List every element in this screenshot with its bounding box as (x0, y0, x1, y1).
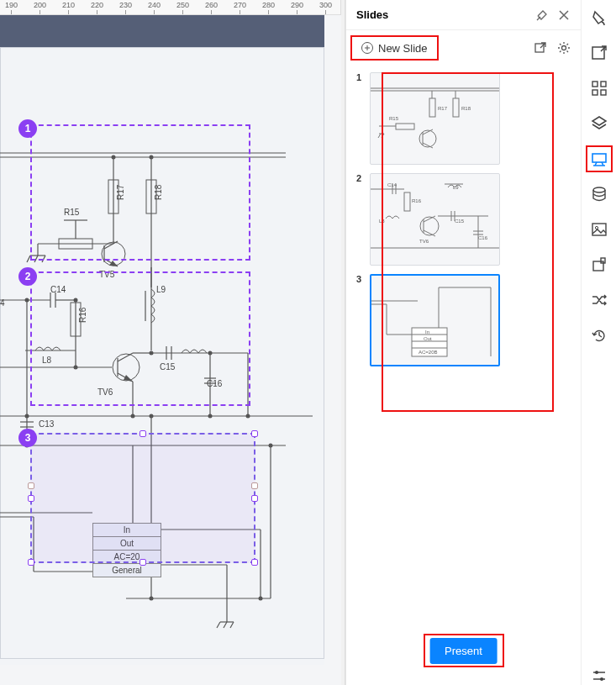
slide-region-3-selected[interactable] (30, 433, 255, 563)
export-icon[interactable] (534, 41, 547, 55)
new-slide-label: New Slide (378, 42, 428, 55)
slide-marker-3[interactable]: 3 (18, 429, 37, 447)
ruler-tick: 250 (176, 1, 189, 9)
svg-marker-22 (109, 261, 118, 266)
right-toolbar (581, 0, 616, 685)
svg-rect-148 (592, 154, 606, 162)
ruler-tick: 300 (319, 1, 332, 9)
present-button[interactable]: Present (429, 638, 498, 664)
svg-point-115 (420, 217, 439, 235)
svg-rect-110 (404, 192, 410, 211)
ruler-tick: 210 (62, 1, 75, 9)
ruler-tick: 260 (205, 1, 218, 9)
horizontal-ruler: 190 200 210 220 230 240 250 260 270 280 … (0, 0, 345, 15)
export-image-icon[interactable] (590, 44, 608, 62)
svg-text:C16: C16 (478, 235, 488, 240)
label-four: 4 (0, 298, 5, 308)
svg-rect-90 (429, 98, 435, 117)
canvas-area[interactable]: R17 R18 R15 TV5 (0, 15, 341, 685)
thumb-number-1: 1 (356, 72, 365, 165)
ruler-tick: 270 (234, 1, 246, 9)
shuffle-icon[interactable] (590, 291, 608, 309)
svg-point-155 (600, 677, 603, 681)
svg-point-65 (150, 414, 154, 419)
svg-point-69 (269, 444, 273, 448)
svg-rect-146 (592, 90, 598, 95)
svg-point-85 (259, 597, 263, 601)
block-row-general: General (93, 564, 161, 577)
svg-text:R16: R16 (412, 198, 422, 203)
svg-point-57 (208, 414, 213, 419)
ruler-tick: 240 (148, 1, 161, 9)
layers-icon[interactable] (590, 114, 608, 133)
thumb-number-3: 3 (356, 274, 365, 366)
svg-point-87 (562, 46, 566, 50)
svg-point-154 (595, 671, 598, 674)
slide-thumbnails: 1 R17 R18 R15 (346, 66, 581, 382)
sliders-icon[interactable] (590, 667, 608, 685)
ruler-tick: 220 (91, 1, 103, 9)
new-slide-button[interactable]: New Slide (356, 40, 433, 57)
slide-thumbnail-3[interactable]: In Out AC=20B (370, 274, 500, 366)
history-icon[interactable] (590, 326, 608, 345)
svg-text:In: In (425, 329, 429, 335)
svg-text:R15: R15 (389, 116, 399, 121)
ruler-tick: 190 (5, 1, 18, 9)
image-icon[interactable] (590, 220, 608, 239)
svg-text:TV6: TV6 (419, 239, 429, 244)
slide-region-1[interactable] (30, 124, 250, 261)
svg-text:L8: L8 (379, 219, 385, 224)
slide-marker-1[interactable]: 1 (18, 119, 37, 138)
data-icon[interactable] (590, 185, 608, 203)
svg-text:R18: R18 (461, 106, 471, 111)
slide-thumbnail-2[interactable]: C14 R16 L8 L9 TV6 C15 (370, 173, 500, 266)
plugin-icon[interactable] (590, 256, 608, 274)
document-header-bar (0, 15, 324, 47)
slides-panel: Slides New Slide 1 (345, 0, 581, 685)
settings-icon[interactable] (557, 41, 571, 55)
ruler-tick: 280 (262, 1, 275, 9)
grid-icon[interactable] (590, 79, 608, 97)
svg-rect-144 (592, 82, 598, 87)
slide-marker-2[interactable]: 2 (18, 267, 37, 286)
slides-icon[interactable] (590, 150, 608, 168)
pin-icon[interactable] (535, 8, 549, 22)
slide-thumbnail-1[interactable]: R17 R18 R15 (370, 72, 500, 165)
svg-rect-97 (396, 124, 414, 129)
svg-point-149 (593, 187, 605, 192)
svg-text:R17: R17 (438, 106, 448, 111)
svg-text:C15: C15 (455, 219, 465, 224)
ruler-tick: 290 (291, 1, 303, 9)
panel-header: Slides (346, 0, 581, 30)
svg-point-84 (150, 597, 154, 601)
slide-region-2[interactable] (30, 271, 250, 406)
svg-line-104 (378, 134, 381, 138)
svg-point-99 (419, 130, 436, 147)
new-slide-row: New Slide (346, 30, 581, 66)
svg-point-151 (595, 226, 598, 229)
svg-rect-91 (453, 98, 459, 117)
svg-rect-147 (601, 90, 606, 95)
svg-line-81 (224, 622, 227, 628)
svg-line-80 (217, 622, 220, 628)
svg-line-82 (230, 622, 234, 628)
label-c13: C13 (39, 419, 55, 429)
fill-icon[interactable] (590, 8, 608, 27)
close-icon[interactable] (557, 8, 571, 22)
svg-rect-145 (601, 82, 606, 87)
svg-rect-86 (535, 44, 544, 52)
ruler-tick: 230 (119, 1, 132, 9)
svg-line-105 (382, 134, 384, 138)
svg-rect-150 (592, 224, 606, 235)
plus-icon (361, 42, 373, 54)
panel-title: Slides (356, 8, 527, 21)
svg-point-56 (131, 414, 135, 419)
svg-text:AC=20B: AC=20B (419, 350, 438, 355)
thumb-number-2: 2 (356, 173, 365, 266)
svg-text:Out: Out (424, 336, 432, 341)
svg-point-68 (246, 414, 250, 419)
ruler-tick: 200 (34, 1, 46, 9)
